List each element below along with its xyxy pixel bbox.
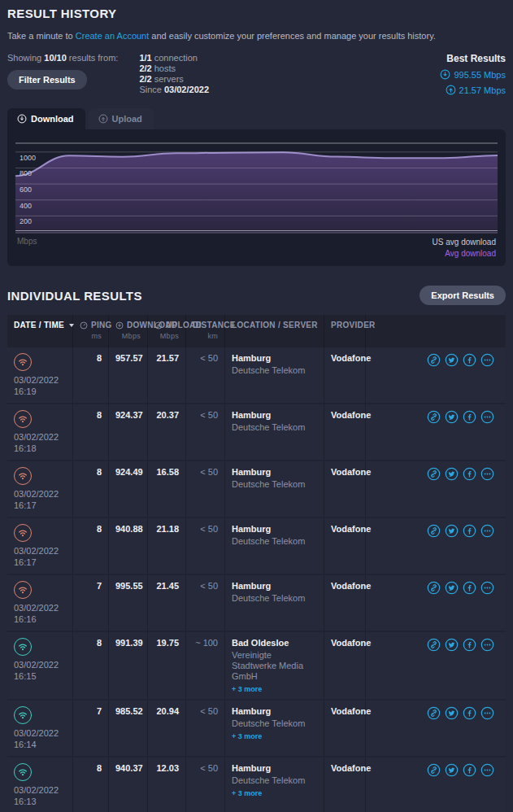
column-header-distance[interactable]: DISTANCE km — [186, 315, 225, 347]
download-history-area-chart: 2004006008001000 — [15, 142, 498, 234]
result-location: Bad Oldesloe — [232, 638, 317, 648]
more-servers-link[interactable]: + 3 more — [232, 685, 262, 693]
result-location: Hamburg — [232, 467, 317, 478]
column-header-provider[interactable]: PROVIDER — [324, 315, 366, 347]
twitter-icon[interactable] — [445, 353, 459, 367]
result-time: 16:18 — [14, 443, 66, 454]
export-results-button[interactable]: Export Results — [420, 286, 506, 305]
upload-unit: Mbps — [154, 332, 179, 340]
link-icon[interactable] — [427, 353, 441, 367]
twitter-icon[interactable] — [445, 581, 459, 595]
intro-suffix: and easily customize your preferences an… — [149, 31, 436, 41]
result-distance: < 50 — [186, 347, 225, 403]
more-icon[interactable] — [480, 467, 494, 481]
individual-results-title: INDIVIDUAL RESULTS — [7, 289, 142, 303]
upload-circle-icon — [98, 114, 108, 124]
facebook-icon[interactable] — [463, 524, 476, 538]
location-server-label: LOCATION / SERVER — [232, 321, 318, 330]
result-upload: 21.45 — [148, 575, 186, 631]
more-icon[interactable] — [480, 638, 494, 652]
download-history-chart-panel: 2004006008001000 Mbps US avg download Av… — [7, 129, 506, 266]
showing-prefix: Showing — [7, 53, 44, 63]
filter-summary-line: Since 03/02/2022 — [139, 85, 209, 95]
twitter-icon[interactable] — [445, 638, 459, 652]
tab-upload[interactable]: Upload — [89, 108, 154, 129]
result-server: Vereinigte Stadtwerke Media GmbH — [232, 650, 317, 682]
result-location-cell: Hamburg Deutsche Telekom + 3 more — [225, 757, 324, 812]
facebook-icon[interactable] — [463, 353, 476, 367]
wifi-icon — [14, 763, 32, 781]
result-ping: 8 — [73, 518, 109, 574]
showing-suffix: results from: — [67, 53, 119, 63]
best-upload-value: 21.57 Mbps — [459, 85, 506, 95]
more-icon[interactable] — [480, 410, 494, 424]
share-actions — [366, 347, 506, 403]
column-header-download[interactable]: DOWNLOAD Mbps — [109, 315, 148, 347]
column-header-ping[interactable]: PING ms — [73, 315, 109, 347]
link-icon[interactable] — [427, 638, 441, 652]
column-header-location-server[interactable]: LOCATION / SERVER — [225, 315, 324, 347]
result-distance: < 50 — [186, 575, 225, 631]
best-download[interactable]: 995.55 Mbps — [440, 69, 506, 80]
more-icon[interactable] — [480, 353, 494, 367]
link-icon[interactable] — [427, 524, 441, 538]
link-icon[interactable] — [427, 410, 441, 424]
result-server: Deutsche Telekom — [232, 422, 317, 433]
download-circle-icon — [440, 69, 450, 80]
facebook-icon[interactable] — [463, 638, 476, 652]
facebook-icon[interactable] — [463, 706, 476, 720]
result-download: 985.52 — [109, 701, 148, 756]
more-servers-link[interactable]: + 3 more — [232, 789, 262, 797]
svg-text:200: 200 — [20, 217, 32, 225]
distance-unit: km — [193, 332, 218, 340]
result-date-cell: 03/02/2022 16:15 — [7, 632, 73, 699]
more-icon[interactable] — [480, 763, 494, 777]
more-icon[interactable] — [480, 581, 494, 595]
column-header-date-time[interactable]: DATE / TIME — [7, 315, 73, 347]
result-time: 16:17 — [14, 500, 66, 511]
results-table-body: 03/02/2022 16:19 8 957.57 21.57 < 50 Ham… — [7, 347, 506, 812]
result-provider: Vodafone — [324, 347, 366, 403]
result-location-cell: Hamburg Deutsche Telekom + 3 more — [225, 701, 324, 756]
result-upload: 21.18 — [148, 518, 186, 574]
facebook-icon[interactable] — [463, 467, 476, 481]
column-header-upload[interactable]: UPLOAD Mbps — [148, 315, 186, 347]
result-provider: Vodafone — [324, 461, 366, 517]
best-upload[interactable]: 21.57 Mbps — [440, 85, 506, 95]
more-icon[interactable] — [480, 524, 494, 538]
download-circle-icon — [17, 114, 27, 124]
date-time-label: DATE / TIME — [14, 321, 64, 330]
facebook-icon[interactable] — [463, 410, 476, 424]
result-download: 991.39 — [109, 632, 148, 699]
link-icon[interactable] — [427, 706, 441, 720]
twitter-icon[interactable] — [445, 410, 459, 424]
result-time: 16:14 — [14, 739, 66, 750]
twitter-icon[interactable] — [445, 763, 459, 777]
link-icon[interactable] — [427, 467, 441, 481]
link-icon[interactable] — [427, 581, 441, 595]
result-location-cell: Hamburg Deutsche Telekom — [225, 347, 324, 403]
table-row: 03/02/2022 16:14 7 985.52 20.94 < 50 Ham… — [7, 701, 506, 757]
result-provider: Vodafone — [324, 632, 366, 699]
twitter-icon[interactable] — [445, 706, 459, 720]
facebook-icon[interactable] — [463, 581, 476, 595]
result-date: 03/02/2022 — [14, 727, 66, 739]
best-results-title: Best Results — [440, 53, 506, 64]
more-icon[interactable] — [480, 706, 494, 720]
facebook-icon[interactable] — [463, 763, 476, 777]
more-servers-link[interactable]: + 3 more — [232, 732, 262, 740]
share-actions — [366, 632, 506, 699]
tab-download[interactable]: Download — [7, 108, 85, 129]
create-account-link[interactable]: Create an Account — [76, 31, 150, 41]
link-icon[interactable] — [427, 763, 441, 777]
share-actions — [366, 404, 506, 460]
result-date: 03/02/2022 — [14, 374, 66, 386]
result-server: Deutsche Telekom — [232, 536, 317, 547]
table-row: 03/02/2022 16:13 8 940.37 12.03 < 50 Ham… — [7, 757, 506, 812]
svg-text:600: 600 — [20, 186, 32, 194]
result-date-cell: 03/02/2022 16:13 — [7, 757, 73, 812]
filter-results-button[interactable]: Filter Results — [7, 70, 87, 89]
twitter-icon[interactable] — [445, 524, 459, 538]
twitter-icon[interactable] — [445, 467, 459, 481]
result-upload: 19.75 — [148, 632, 186, 699]
